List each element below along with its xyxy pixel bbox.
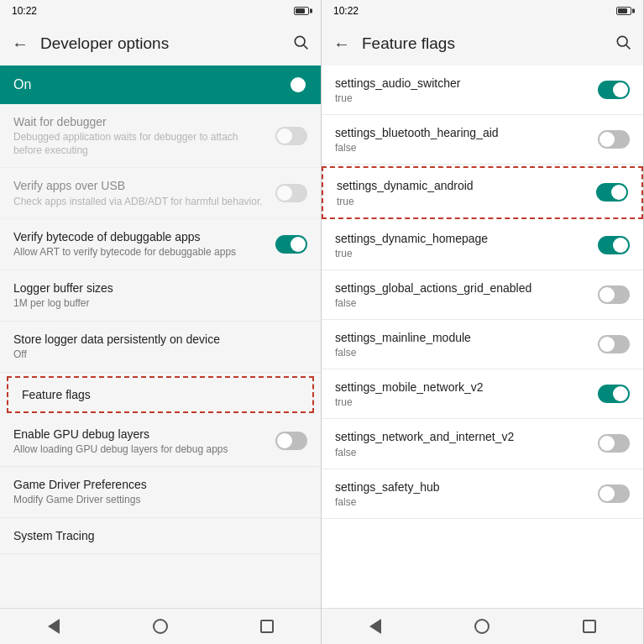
flag-item-network-internet-v2[interactable]: settings_network_and_internet_v2 false — [322, 419, 643, 469]
recents-icon-right — [583, 620, 596, 633]
setting-subtitle: Check apps installed via ADB/ADT for har… — [13, 196, 265, 209]
svg-line-1 — [304, 45, 308, 49]
flag-toggle-8[interactable] — [598, 484, 630, 503]
on-label: On — [13, 77, 31, 92]
setting-subtitle: Allow loading GPU debug layers for debug… — [13, 443, 265, 457]
flag-toggle-4[interactable] — [598, 285, 630, 304]
setting-title: Wait for debugger — [13, 114, 265, 129]
flag-toggle-5[interactable] — [598, 335, 630, 353]
flag-item-mobile-network-v2[interactable]: settings_mobile_network_v2 true — [322, 369, 643, 419]
flag-name: settings_dynamic_homepage — [335, 231, 588, 246]
setting-title: Game Driver Preferences — [13, 477, 297, 492]
flag-value: true — [335, 92, 588, 104]
nav-home-right[interactable] — [473, 617, 491, 636]
flag-value: false — [335, 142, 588, 154]
flag-value: true — [335, 396, 588, 408]
setting-verify-bytecode[interactable]: Verify bytecode of debuggable apps Allow… — [0, 219, 321, 270]
right-panel: 10:22 ← Feature flags settings_audio_swi… — [322, 0, 644, 644]
toggle-verify-bytecode[interactable] — [275, 235, 307, 254]
flag-value: true — [337, 196, 586, 207]
toggle-knob — [291, 77, 306, 92]
nav-back-right[interactable] — [366, 617, 385, 636]
recents-icon-left — [260, 620, 274, 633]
setting-subtitle: Allow ART to verify bytecode for debugga… — [13, 246, 265, 259]
flag-toggle-1[interactable] — [598, 130, 630, 149]
nav-bar-left — [0, 608, 321, 644]
nav-recents-left[interactable] — [258, 617, 276, 636]
nav-recents-right[interactable] — [580, 617, 599, 636]
nav-home-left[interactable] — [151, 617, 170, 636]
flag-toggle-0[interactable] — [598, 81, 630, 99]
page-title-right: Feature flags — [362, 34, 615, 53]
setting-title: Verify apps over USB — [13, 178, 265, 193]
flag-item-safety-hub[interactable]: settings_safety_hub false — [322, 469, 643, 519]
status-bar-right: 10:22 — [322, 0, 643, 22]
nav-bar-right — [322, 608, 643, 644]
setting-logger-buffer[interactable]: Logger buffer sizes 1M per log buffer — [0, 270, 321, 322]
home-icon-right — [474, 619, 490, 634]
feature-flags-item[interactable]: Feature flags — [7, 376, 314, 413]
app-bar-left: ← Developer options — [0, 22, 321, 65]
svg-line-3 — [626, 45, 631, 49]
flag-name: settings_network_and_internet_v2 — [335, 429, 588, 444]
setting-subtitle: 1M per log buffer — [13, 297, 297, 311]
setting-subtitle: Off — [13, 348, 297, 362]
master-toggle[interactable] — [275, 76, 307, 94]
flag-name: settings_dynamic_android — [337, 178, 586, 193]
flag-name: settings_audio_switcher — [335, 76, 588, 91]
setting-title: Verify bytecode of debuggable apps — [13, 229, 265, 244]
flag-toggle-3[interactable] — [598, 236, 630, 254]
svg-point-2 — [617, 36, 627, 46]
back-icon-left — [48, 619, 60, 634]
nav-back-left[interactable] — [45, 617, 63, 636]
home-icon-left — [153, 619, 168, 634]
flag-item-global-actions[interactable]: settings_global_actions_grid_enabled fal… — [322, 270, 643, 320]
flag-value: false — [335, 297, 588, 309]
setting-store-logger[interactable]: Store logger data persistently on device… — [0, 322, 321, 373]
setting-gpu-debug[interactable]: Enable GPU debug layers Allow loading GP… — [0, 416, 321, 468]
flag-value: true — [335, 248, 588, 259]
flag-item-bluetooth-hearing[interactable]: settings_bluetooth_hearing_aid false — [322, 115, 643, 165]
on-row[interactable]: On — [0, 65, 321, 104]
setting-title: Logger buffer sizes — [13, 280, 297, 296]
flag-toggle-6[interactable] — [598, 385, 630, 403]
flag-toggle-7[interactable] — [598, 434, 630, 453]
page-title-left: Developer options — [40, 34, 292, 53]
back-button-left[interactable]: ← — [12, 34, 29, 54]
setting-system-tracing[interactable]: System Tracing — [0, 518, 321, 554]
search-button-left[interactable] — [292, 34, 309, 55]
setting-game-driver[interactable]: Game Driver Preferences Modify Game Driv… — [0, 467, 321, 518]
flag-item-mainline-module[interactable]: settings_mainline_module false — [322, 320, 643, 369]
flag-value: false — [335, 447, 588, 458]
flag-toggle-2[interactable] — [596, 183, 628, 202]
toggle-verify-usb[interactable] — [275, 184, 307, 202]
flag-name: settings_mainline_module — [335, 330, 588, 345]
toggle-wait-debugger[interactable] — [275, 127, 307, 145]
flag-item-audio-switcher[interactable]: settings_audio_switcher true — [322, 65, 643, 115]
battery-icon-left — [294, 7, 309, 15]
toggle-gpu-debug[interactable] — [275, 432, 307, 450]
time-left: 10:22 — [12, 5, 37, 17]
flag-name: settings_mobile_network_v2 — [335, 380, 588, 395]
flag-name: settings_bluetooth_hearing_aid — [335, 125, 588, 140]
back-icon-right — [369, 619, 381, 634]
flag-name: settings_safety_hub — [335, 479, 588, 495]
flag-item-dynamic-android[interactable]: settings_dynamic_android true — [322, 166, 643, 218]
flag-name: settings_global_actions_grid_enabled — [335, 280, 588, 296]
setting-title: Enable GPU debug layers — [13, 427, 265, 442]
time-right: 10:22 — [333, 5, 359, 17]
back-button-right[interactable]: ← — [333, 34, 350, 54]
flag-value: false — [335, 347, 588, 359]
setting-wait-debugger[interactable]: Wait for debugger Debugged application w… — [0, 104, 321, 168]
setting-title: Store logger data persistently on device — [13, 332, 297, 347]
svg-point-0 — [295, 36, 305, 46]
setting-verify-usb[interactable]: Verify apps over USB Check apps installe… — [0, 168, 321, 219]
left-panel: 10:22 ← Developer options On Wait for de… — [0, 0, 322, 644]
flag-item-dynamic-homepage[interactable]: settings_dynamic_homepage true — [322, 221, 643, 270]
status-bar-left: 10:22 — [0, 0, 321, 22]
settings-list-left: On Wait for debugger Debugged applicatio… — [0, 65, 321, 608]
app-bar-right: ← Feature flags — [322, 22, 643, 65]
search-button-right[interactable] — [615, 34, 631, 55]
setting-title: System Tracing — [13, 528, 297, 543]
flags-list: settings_audio_switcher true settings_bl… — [322, 65, 643, 608]
